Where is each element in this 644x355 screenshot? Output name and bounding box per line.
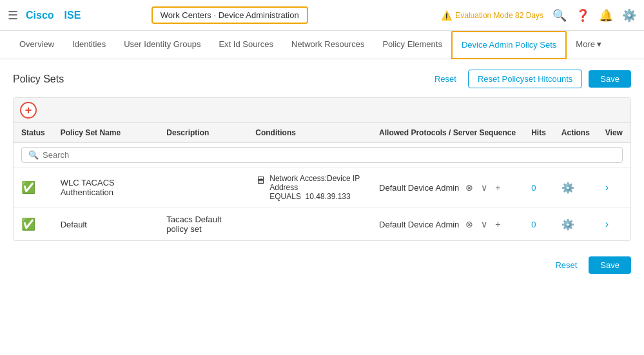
col-policy-set-name: Policy Set Name	[53, 123, 159, 143]
section-title: Policy Sets	[13, 73, 64, 85]
table-row: ✅ WLC TACACS Authentication 🖥 Network Ac…	[14, 168, 630, 208]
row2-description: Tacacs Default policy set	[159, 208, 248, 241]
col-description: Description	[159, 123, 248, 143]
protocol-edit-icon[interactable]: ⊗	[463, 218, 476, 231]
top-header: ☰ Cisco ISE Work Centers · Device Admini…	[0, 0, 644, 31]
col-protocols: Allowed Protocols / Server Sequence	[371, 123, 523, 143]
col-conditions: Conditions	[248, 123, 371, 143]
tab-overview[interactable]: Overview	[10, 31, 63, 59]
row1-conditions: 🖥 Network Access:Device IP Address EQUAL…	[248, 168, 371, 208]
protocol-actions: ⊗ ∨ +	[463, 181, 503, 194]
protocol-dropdown-icon[interactable]: ∨	[478, 181, 490, 194]
save-button-bottom[interactable]: Save	[589, 256, 631, 274]
search-row: 🔍	[14, 143, 630, 168]
col-status: Status	[14, 123, 53, 143]
row1-actions: ⚙️	[554, 168, 598, 208]
condition-text: Network Access:Device IP Address EQUALS …	[269, 174, 364, 201]
table-row: ✅ Default Tacacs Default policy set Defa…	[14, 208, 630, 241]
search-input[interactable]	[43, 150, 616, 160]
reset-button-top[interactable]: Reset	[429, 72, 462, 86]
row1-protocol: Default Device Admin ⊗ ∨ +	[371, 168, 523, 208]
more-label: More	[576, 39, 595, 49]
add-policy-set-button[interactable]: +	[20, 102, 37, 119]
col-actions: Actions	[554, 123, 598, 143]
hits-value: 0	[531, 220, 536, 229]
breadcrumb: Work Centers · Device Administration	[151, 6, 308, 24]
ise-logo: ISE	[64, 10, 81, 21]
nav-tabs: Overview Identities User Identity Groups…	[0, 31, 644, 59]
search-wrap: 🔍	[21, 147, 623, 163]
eval-text: Evaluation Mode 82 Days	[455, 11, 543, 20]
eval-mode-badge[interactable]: ⚠️ Evaluation Mode 82 Days	[441, 10, 543, 21]
row2-actions: ⚙️	[554, 208, 598, 241]
warning-icon: ⚠️	[441, 10, 452, 21]
search-icon[interactable]: 🔍	[552, 8, 567, 23]
gear-icon[interactable]: ⚙️	[561, 182, 574, 193]
hits-value: 0	[531, 183, 536, 193]
table-toolbar: +	[14, 98, 630, 123]
view-arrow-icon[interactable]: ›	[605, 182, 609, 193]
policy-sets-table: Status Policy Set Name Description Condi…	[14, 123, 630, 240]
table-header-row: Status Policy Set Name Description Condi…	[14, 123, 630, 143]
settings-icon[interactable]: ⚙️	[622, 8, 636, 23]
tab-identities[interactable]: Identities	[63, 31, 115, 59]
tab-ext-id-sources[interactable]: Ext Id Sources	[210, 31, 282, 59]
col-view: View	[598, 123, 630, 143]
gear-icon[interactable]: ⚙️	[561, 219, 574, 230]
status-active-icon: ✅	[21, 181, 35, 194]
main-content: Policy Sets Reset Reset Policyset Hitcou…	[0, 59, 644, 294]
header-right: ⚠️ Evaluation Mode 82 Days 🔍 ❓ 🔔 ⚙️	[441, 8, 636, 23]
cisco-logo: Cisco	[26, 10, 54, 21]
protocol-name: Default Device Admin	[379, 220, 459, 229]
tab-device-admin-policy-sets[interactable]: Device Admin Policy Sets	[451, 31, 567, 59]
view-arrow-icon[interactable]: ›	[605, 218, 609, 229]
row1-status: ✅	[14, 168, 53, 208]
protocol-name: Default Device Admin	[379, 183, 459, 193]
row2-status: ✅	[14, 208, 53, 241]
bottom-actions: Reset Save	[13, 246, 631, 284]
policy-sets-table-container: + Status Policy Set Name Description Con…	[13, 97, 631, 241]
row2-hits: 0	[523, 208, 554, 241]
save-button-top[interactable]: Save	[589, 70, 631, 88]
protocol-add-icon[interactable]: +	[493, 181, 503, 194]
tab-more[interactable]: More ▾	[567, 31, 610, 59]
col-hits: Hits	[523, 123, 554, 143]
tab-user-identity-groups[interactable]: User Identity Groups	[115, 31, 210, 59]
row1-description	[159, 168, 248, 208]
row1-hits: 0	[523, 168, 554, 208]
row2-view: ›	[598, 208, 630, 241]
tab-network-resources[interactable]: Network Resources	[282, 31, 373, 59]
row1-name[interactable]: WLC TACACS Authentication	[53, 168, 159, 208]
hamburger-menu[interactable]: ☰	[8, 8, 18, 23]
status-active-icon: ✅	[21, 218, 35, 231]
section-actions: Reset Reset Policyset Hitcounts Save	[429, 70, 631, 88]
protocol-actions: ⊗ ∨ +	[463, 218, 503, 231]
tab-policy-elements[interactable]: Policy Elements	[373, 31, 451, 59]
help-icon[interactable]: ❓	[576, 8, 590, 23]
protocol-edit-icon[interactable]: ⊗	[463, 181, 476, 194]
row2-name[interactable]: Default	[53, 208, 159, 241]
row1-view: ›	[598, 168, 630, 208]
protocol-dropdown-icon[interactable]: ∨	[478, 218, 490, 231]
protocol-add-icon[interactable]: +	[493, 218, 503, 231]
reset-button-bottom[interactable]: Reset	[550, 256, 582, 274]
device-icon: 🖥	[255, 175, 266, 186]
row2-protocol: Default Device Admin ⊗ ∨ +	[371, 208, 523, 241]
search-cell: 🔍	[14, 143, 630, 168]
search-icon: 🔍	[28, 150, 39, 160]
section-header: Policy Sets Reset Reset Policyset Hitcou…	[13, 70, 631, 88]
reset-hitcounts-button[interactable]: Reset Policyset Hitcounts	[468, 70, 582, 88]
chevron-down-icon: ▾	[597, 39, 601, 49]
notifications-icon[interactable]: 🔔	[599, 8, 613, 23]
row2-conditions	[248, 208, 371, 241]
